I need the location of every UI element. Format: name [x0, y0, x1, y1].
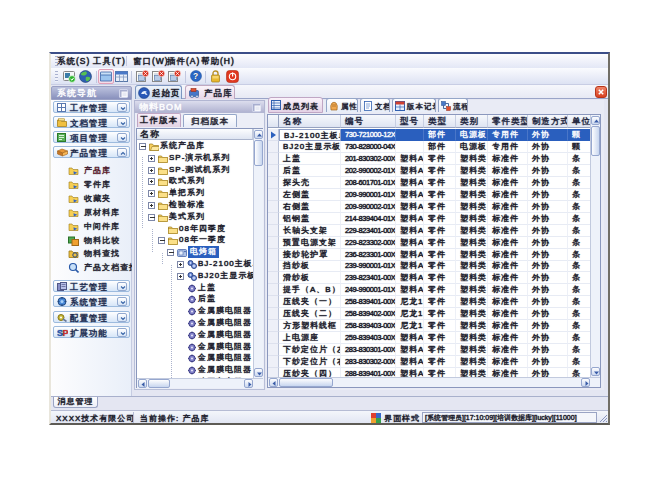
svg-text:P: P [63, 328, 69, 337]
svg-text:?: ? [193, 71, 199, 81]
